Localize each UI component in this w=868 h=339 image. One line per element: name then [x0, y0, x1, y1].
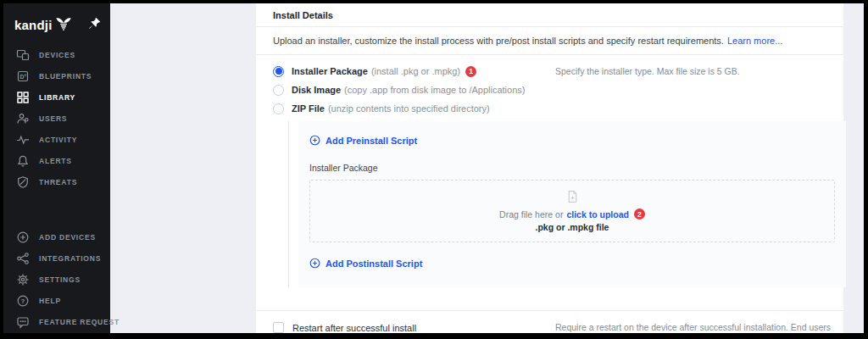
sidebar-item-alerts[interactable]: ALERTS: [3, 150, 110, 171]
sidebar-item-threats[interactable]: THREATS: [3, 171, 110, 192]
sidebar-item-label: THREATS: [39, 178, 77, 186]
sidebar-item-label: ADD DEVICES: [39, 233, 96, 242]
users-icon: [16, 112, 30, 125]
sidebar-item-integrations[interactable]: INTEGRATIONS: [3, 247, 110, 269]
sidebar-item-label: HELP: [39, 297, 61, 305]
add-preinstall-label: Add Preinstall Script: [326, 136, 417, 146]
add-postinstall-label: Add Postinstall Script: [326, 258, 422, 269]
radio-hint: (install .pkg or .mpkg): [371, 66, 460, 76]
sidebar-item-activity[interactable]: ACTIVITY: [3, 129, 110, 150]
accepted-file-types: .pkg or .mpkg file: [536, 222, 609, 232]
install-details-panel: Install Details Upload an installer, cus…: [256, 3, 843, 333]
activity-icon: [16, 133, 30, 147]
file-upload-icon: [566, 190, 579, 203]
sidebar-item-label: ALERTS: [39, 157, 72, 165]
circle-plus-icon: [309, 135, 320, 146]
settings-icon: [16, 273, 30, 286]
upload-instructions: Drag file here or click to upload 2: [499, 208, 645, 220]
sidebar-item-library[interactable]: LIBRARY: [3, 86, 110, 108]
page-title: Install Details: [273, 10, 333, 20]
page-background: [843, 3, 864, 333]
restart-checkbox[interactable]: [273, 322, 284, 333]
radio-label: Installer Package: [292, 66, 368, 76]
sidebar-item-devices[interactable]: DEVICES: [3, 44, 110, 65]
page-background: [110, 3, 256, 333]
sidebar-item-users[interactable]: USERS: [3, 108, 110, 129]
svg-text:D°: D°: [20, 73, 27, 79]
sidebar-item-add-devices[interactable]: ADD DEVICES: [3, 226, 110, 247]
installer-form: Installer Package (install .pkg or .mpkg…: [256, 55, 843, 310]
installer-package-label: Installer Package: [309, 163, 846, 173]
radio-label: Disk Image: [292, 85, 341, 95]
description-text: Upload an installer, customize the insta…: [273, 36, 724, 46]
sidebar-footer-nav: ADD DEVICES INTEGRATIONS: [3, 226, 110, 332]
panel-header: Install Details: [256, 3, 843, 26]
sidebar-item-blueprints[interactable]: D° BLUEPRINTS: [3, 65, 110, 86]
script-section: Add Preinstall Script Installer Package …: [298, 121, 846, 287]
sidebar-item-label: USERS: [39, 114, 67, 123]
panel-description-row: Upload an installer, customize the insta…: [256, 27, 843, 54]
annotation-badge-2: 2: [634, 208, 645, 220]
sidebar-item-label: SETTINGS: [39, 275, 81, 284]
sidebar-item-label: DEVICES: [39, 51, 75, 59]
devices-icon: [16, 48, 30, 62]
svg-text:?: ?: [21, 297, 25, 305]
radio-disk-image[interactable]: Disk Image (copy .app from disk image to…: [273, 81, 826, 99]
script-section-wrapper: Add Preinstall Script Installer Package …: [288, 121, 826, 287]
learn-more-link[interactable]: Learn more...: [727, 36, 782, 46]
panel-description: Upload an installer, customize the insta…: [273, 36, 782, 46]
radio-installer-package[interactable]: Installer Package (install .pkg or .mpkg…: [273, 62, 826, 81]
bee-icon: [55, 17, 72, 34]
sidebar-item-label: BLUEPRINTS: [39, 72, 92, 81]
add-devices-icon: [16, 231, 30, 244]
sidebar-item-settings[interactable]: SETTINGS: [3, 269, 110, 290]
radio-button[interactable]: [273, 85, 284, 96]
radio-label: ZIP File: [292, 103, 325, 114]
blueprints-icon: D°: [16, 69, 30, 83]
sidebar-item-label: LIBRARY: [39, 93, 75, 102]
click-to-upload-link[interactable]: click to upload: [566, 209, 629, 220]
sidebar-nav: DEVICES D° BLUEPRINTS: [3, 44, 110, 192]
radio-button-selected[interactable]: [273, 66, 284, 77]
radio-zip-file[interactable]: ZIP File (unzip contents into specified …: [273, 99, 826, 118]
library-icon: [16, 91, 30, 104]
alerts-icon: [16, 154, 30, 168]
restart-help-text: Require a restart on the device after su…: [555, 320, 837, 339]
drag-text: Drag file here or: [499, 209, 563, 220]
radio-button[interactable]: [273, 103, 284, 114]
app-window: kandji: [3, 3, 864, 333]
sidebar-item-feature-request[interactable]: FEATURE REQUEST: [3, 311, 110, 332]
radio-hint: (copy .app from disk image to /Applicati…: [344, 85, 525, 95]
sidebar: kandji: [3, 3, 110, 333]
sidebar-header: kandji: [3, 8, 110, 41]
sidebar-item-label: FEATURE REQUEST: [39, 318, 120, 326]
sidebar-item-help[interactable]: ? HELP: [3, 290, 110, 311]
sidebar-item-label: INTEGRATIONS: [39, 254, 101, 263]
circle-plus-icon: [309, 258, 320, 269]
radio-hint: (unzip contents into specified directory…: [328, 103, 490, 114]
sidebar-item-label: ACTIVITY: [39, 136, 77, 144]
threats-icon: [16, 175, 30, 189]
restart-checkbox-label: Restart after successful install: [292, 323, 416, 333]
file-upload-dropzone[interactable]: Drag file here or click to upload 2 .pkg…: [309, 180, 835, 242]
integrations-icon: [16, 252, 30, 265]
help-icon: ?: [16, 294, 30, 308]
pin-sidebar-icon[interactable]: [88, 17, 101, 33]
installer-type-help-text: Specify the installer type. Max file siz…: [555, 66, 740, 76]
add-postinstall-script-button[interactable]: Add Postinstall Script: [309, 258, 422, 269]
annotation-badge-1: 1: [465, 66, 476, 77]
feature-request-icon: [16, 315, 30, 329]
add-preinstall-script-button[interactable]: Add Preinstall Script: [309, 135, 417, 146]
restart-option-row: Restart after successful install Require…: [256, 311, 843, 333]
kandji-logo[interactable]: kandji: [14, 18, 53, 32]
